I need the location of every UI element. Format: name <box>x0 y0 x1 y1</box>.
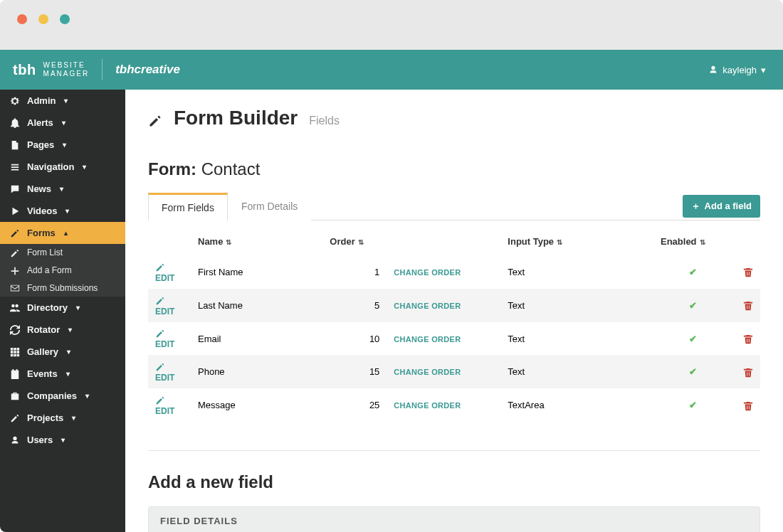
chevron-down-icon: ▾ <box>761 65 766 75</box>
col-name[interactable]: Name⇅ <box>191 228 322 255</box>
sidebar-item-label: Companies <box>27 390 77 401</box>
tab-form-fields[interactable]: Form Fields <box>148 193 228 220</box>
table-row: EDITPhone15CHANGE ORDERText✔ <box>148 355 760 388</box>
cell-input-type: Text <box>500 289 653 322</box>
page-title: Form Builder <box>174 107 298 129</box>
sidebar-item-label: Alerts <box>27 117 53 128</box>
add-field-label: Add a field <box>705 201 752 211</box>
window-minimize-dot[interactable] <box>38 14 48 24</box>
pencil-icon <box>155 329 165 339</box>
trash-icon[interactable] <box>743 267 753 277</box>
cell-name: First Name <box>191 255 322 289</box>
plus-icon: ＋ <box>691 200 700 213</box>
sidebar-item-navigation[interactable]: Navigation▾ <box>0 156 125 178</box>
edit-link[interactable]: EDIT <box>155 395 174 416</box>
change-order-link[interactable]: CHANGE ORDER <box>394 368 461 376</box>
caret-down-icon: ▾ <box>67 348 70 356</box>
sidebar-item-rotator[interactable]: Rotator▾ <box>0 319 125 341</box>
add-field-button[interactable]: ＋ Add a field <box>683 195 760 218</box>
sort-icon: ⇅ <box>226 238 231 246</box>
sidebar-item-forms[interactable]: Forms▴ <box>0 222 125 244</box>
trash-icon[interactable] <box>743 333 753 344</box>
cell-order: 15 <box>322 355 387 388</box>
edit-link[interactable]: EDIT <box>155 361 174 383</box>
change-order-link[interactable]: CHANGE ORDER <box>394 335 461 344</box>
change-order-link[interactable]: CHANGE ORDER <box>394 302 461 310</box>
change-order-link[interactable]: CHANGE ORDER <box>394 268 461 277</box>
panel-title: FIELD DETAILS <box>149 507 760 532</box>
caret-down-icon: ▾ <box>66 370 70 378</box>
change-order-link[interactable]: CHANGE ORDER <box>394 401 461 410</box>
tab-form-details[interactable]: Form Details <box>228 193 311 220</box>
sort-icon: ⇅ <box>358 238 364 246</box>
window-close-dot[interactable] <box>17 14 27 24</box>
bell-icon <box>10 117 20 128</box>
sidebar-sub-form-submissions[interactable]: Form Submissions <box>0 280 125 297</box>
sidebar-sub-form-list[interactable]: Form List <box>0 244 125 262</box>
caret-down-icon: ▾ <box>85 392 89 400</box>
table-row: EDITLast Name5CHANGE ORDERText✔ <box>148 289 760 322</box>
pencil-icon <box>10 228 20 238</box>
sidebar-item-videos[interactable]: Videos▾ <box>0 200 125 222</box>
field-details-panel: FIELD DETAILS Name:* ⌨ Disp <box>148 506 760 532</box>
sidebar-item-label: Projects <box>27 413 63 423</box>
sidebar-item-label: Admin <box>27 95 56 106</box>
comment-icon <box>10 183 20 194</box>
sidebar-item-projects[interactable]: Projects▾ <box>0 407 125 429</box>
cell-order: 1 <box>322 255 387 289</box>
caret-down-icon: ▾ <box>65 207 69 215</box>
fields-table: Name⇅ Order⇅ Input Type⇅ Enabled⇅ EDITFi… <box>148 228 760 422</box>
sidebar-item-label: Gallery <box>27 346 58 357</box>
sidebar-item-admin[interactable]: Admin▾ <box>0 90 125 112</box>
cell-name: Last Name <box>191 289 322 322</box>
sidebar-item-events[interactable]: Events▾ <box>0 363 125 385</box>
sidebar-item-users[interactable]: Users▾ <box>0 429 125 451</box>
form-heading: Form: Contact <box>148 159 760 179</box>
file-icon <box>10 139 20 150</box>
caret-down-icon: ▾ <box>83 163 86 171</box>
user-menu[interactable]: kayleigh ▾ <box>708 65 766 75</box>
col-enabled[interactable]: Enabled⇅ <box>653 228 732 255</box>
caret-down-icon: ▾ <box>62 119 65 127</box>
sidebar-item-companies[interactable]: Companies▾ <box>0 385 125 407</box>
cell-name: Message <box>191 388 322 422</box>
trash-icon[interactable] <box>743 400 753 410</box>
sidebar-item-pages[interactable]: Pages▾ <box>0 134 125 156</box>
sidebar-item-label: Directory <box>27 302 68 313</box>
brand-logo: tbh WEBSITE MANAGER <box>13 61 89 78</box>
sidebar-item-directory[interactable]: Directory▾ <box>0 297 125 319</box>
sidebar-item-alerts[interactable]: Alerts▾ <box>0 112 125 134</box>
edit-link[interactable]: EDIT <box>155 329 174 350</box>
top-navbar: tbh WEBSITE MANAGER tbhcreative kayleigh… <box>0 50 783 90</box>
sidebar-item-label: Navigation <box>27 161 74 172</box>
sidebar-sub-add-a-form[interactable]: Add a Form <box>0 262 125 280</box>
cell-input-type: TextArea <box>500 388 653 422</box>
caret-up-icon: ▴ <box>64 229 68 237</box>
user-name: kayleigh <box>722 65 757 75</box>
tabs-row: Form FieldsForm Details ＋ Add a field <box>148 192 760 220</box>
cell-order: 25 <box>322 388 387 422</box>
pencil-icon <box>155 295 165 305</box>
sidebar-item-label: Events <box>27 368 58 379</box>
page-header: Form Builder Fields <box>125 90 783 142</box>
edit-link[interactable]: EDIT <box>155 262 174 283</box>
cell-name: Phone <box>191 355 322 388</box>
table-row: EDITEmail10CHANGE ORDERText✔ <box>148 322 760 356</box>
brand-secondary: tbhcreative <box>115 63 180 77</box>
add-new-field-heading: Add a new field <box>148 472 760 492</box>
window-zoom-dot[interactable] <box>60 14 70 24</box>
trash-icon[interactable] <box>743 299 753 310</box>
col-order[interactable]: Order⇅ <box>322 228 387 255</box>
sidebar-item-label: Forms <box>27 228 56 238</box>
cell-input-type: Text <box>500 255 653 289</box>
col-input-type[interactable]: Input Type⇅ <box>500 228 653 255</box>
envelope-icon <box>10 283 20 294</box>
pencil-icon <box>155 361 165 371</box>
sidebar-item-gallery[interactable]: Gallery▾ <box>0 341 125 363</box>
sidebar-item-label: Videos <box>27 206 57 216</box>
trash-icon[interactable] <box>743 366 753 377</box>
edit-link[interactable]: EDIT <box>155 295 174 316</box>
cell-name: Email <box>191 322 322 356</box>
sidebar-item-news[interactable]: News▾ <box>0 178 125 200</box>
grid-icon <box>10 347 20 358</box>
